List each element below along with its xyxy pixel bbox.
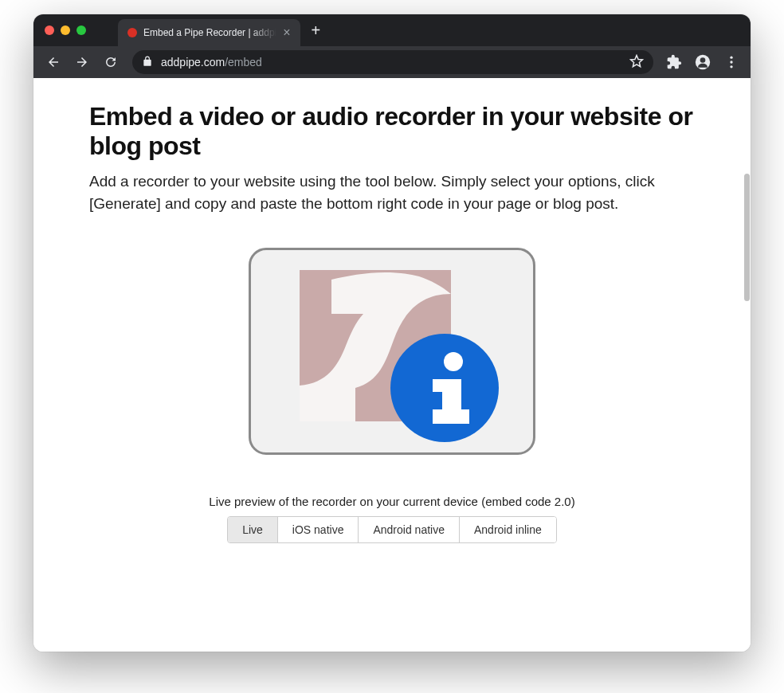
close-tab-button[interactable]: × xyxy=(283,26,290,39)
preview-tab-live[interactable]: Live xyxy=(228,517,278,542)
preview-tab-ios-native[interactable]: iOS native xyxy=(278,517,359,542)
viewport: Embed a video or audio recorder in your … xyxy=(33,78,751,652)
preview-tab-android-inline[interactable]: Android inline xyxy=(460,517,556,542)
kebab-menu-icon xyxy=(723,54,739,70)
minimize-window-button[interactable] xyxy=(61,25,70,35)
svg-point-5 xyxy=(444,352,463,371)
preview-tabs: LiveiOS nativeAndroid nativeAndroid inli… xyxy=(89,516,695,543)
toolbar-right xyxy=(663,51,743,73)
preview-tab-android-native[interactable]: Android native xyxy=(359,517,460,542)
page-description: Add a recorder to your website using the… xyxy=(89,170,695,216)
favicon-icon xyxy=(127,28,137,37)
url-text: addpipe.com/embed xyxy=(161,56,262,69)
lock-icon xyxy=(142,56,153,69)
flash-plugin-icon xyxy=(300,270,484,433)
scrollbar-thumb[interactable] xyxy=(744,174,750,301)
svg-point-4 xyxy=(730,65,732,68)
forward-arrow-icon xyxy=(75,55,89,69)
forward-button[interactable] xyxy=(70,50,94,74)
svg-point-2 xyxy=(730,57,732,59)
back-button[interactable] xyxy=(41,50,65,74)
reload-icon xyxy=(104,55,118,69)
extensions-button[interactable] xyxy=(663,51,685,73)
recorder-preview xyxy=(89,248,695,455)
page-title: Embed a video or audio recorder in your … xyxy=(89,102,695,161)
svg-point-3 xyxy=(730,61,732,63)
url-host: addpipe.com xyxy=(161,56,225,69)
puzzle-icon xyxy=(666,54,682,70)
bookmark-button[interactable] xyxy=(629,54,644,71)
profile-icon xyxy=(695,54,711,70)
reload-button[interactable] xyxy=(99,50,123,74)
browser-tab[interactable]: Embed a Pipe Recorder | addpi × xyxy=(118,19,300,46)
info-icon xyxy=(390,334,499,442)
profile-button[interactable] xyxy=(692,51,714,73)
star-outline-icon xyxy=(629,54,644,69)
preview-label: Live preview of the recorder on your cur… xyxy=(89,495,695,508)
window-controls xyxy=(45,25,86,35)
tab-title: Embed a Pipe Recorder | addpi xyxy=(143,27,276,38)
url-path: /embed xyxy=(225,56,262,69)
new-tab-button[interactable]: + xyxy=(312,22,321,38)
titlebar: Embed a Pipe Recorder | addpi × + xyxy=(33,14,751,46)
plugin-placeholder[interactable] xyxy=(249,248,535,455)
close-window-button[interactable] xyxy=(45,25,54,35)
back-arrow-icon xyxy=(46,55,61,69)
maximize-window-button[interactable] xyxy=(76,25,86,35)
browser-window: Embed a Pipe Recorder | addpi × + addpip… xyxy=(33,14,751,652)
browser-toolbar: addpipe.com/embed xyxy=(33,46,751,78)
menu-button[interactable] xyxy=(720,51,743,73)
address-bar[interactable]: addpipe.com/embed xyxy=(132,50,653,74)
svg-point-1 xyxy=(700,57,706,63)
page-content: Embed a video or audio recorder in your … xyxy=(33,78,751,567)
